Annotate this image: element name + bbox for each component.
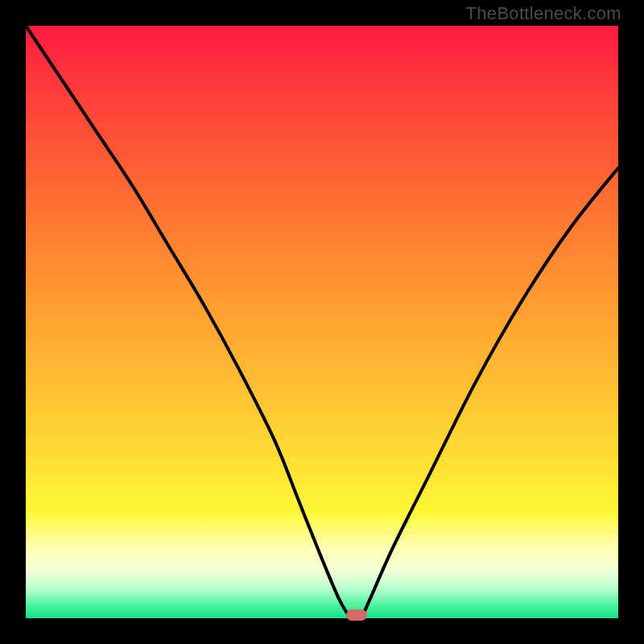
minimum-marker (346, 609, 367, 621)
bottleneck-curve (26, 26, 618, 618)
plot-area (26, 26, 618, 618)
watermark-text: TheBottleneck.com (466, 3, 621, 24)
chart-frame: TheBottleneck.com (0, 0, 644, 644)
